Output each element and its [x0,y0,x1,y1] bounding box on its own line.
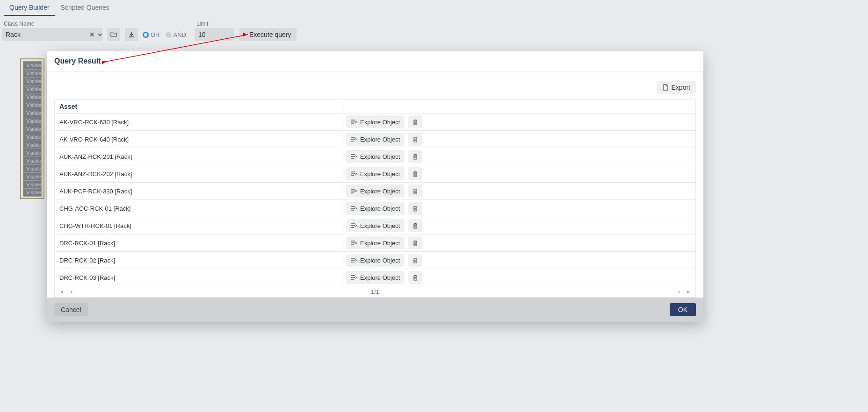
explore-label: Explore Object [360,240,400,247]
explore-icon [351,171,357,177]
download-icon [128,31,135,38]
visible-cell: Visible [23,77,42,85]
explore-object-button[interactable]: Explore Object [346,185,405,198]
actions-cell: Explore Object [342,252,695,269]
visible-cell: Visible [23,117,42,125]
explore-icon [351,206,357,211]
explore-label: Explore Object [360,170,400,178]
actions-cell: Explore Object [342,148,695,165]
table-row: AK-VRO-RCK-640 [Rack]Explore Object [55,131,695,148]
trash-icon [412,171,418,177]
folder-button[interactable] [107,28,120,41]
execute-query-button[interactable]: Execute query [239,28,297,41]
export-button[interactable]: Export [657,81,696,94]
cancel-button[interactable]: Cancel [54,303,88,316]
explore-label: Explore Object [360,188,400,195]
chevron-down-icon[interactable] [97,30,103,39]
asset-cell: AUK-ANZ-RCK-202 [Rack] [55,167,342,181]
and-label: AND [174,31,186,38]
asset-cell: AK-VRO-RCK-630 [Rack] [55,115,342,129]
class-name-combo[interactable]: ✕ [2,28,102,41]
next-page-icon[interactable]: › [678,288,680,295]
actions-cell: Explore Object [342,131,695,148]
class-name-input[interactable] [6,31,87,38]
download-button[interactable] [125,28,138,41]
delete-button[interactable] [408,254,422,267]
trash-icon [412,223,418,229]
table-row: AUK-PCF-RCK-330 [Rack]Explore Object [55,183,695,200]
limit-label: Limit [195,20,234,28]
query-result-modal: Query Result Export Asset AK-VRO-RCK-630… [47,51,703,322]
visible-cell: Visible [23,61,42,70]
tab-query-builder[interactable]: Query Builder [4,0,55,16]
delete-button[interactable] [408,150,422,163]
or-label: OR [151,31,160,38]
table-row: DRC-RCK-02 [Rack]Explore Object [55,252,695,269]
visible-cell: Visible [23,156,42,165]
ok-button[interactable]: OK [670,303,696,316]
explore-icon [351,154,357,159]
explore-object-button[interactable]: Explore Object [346,271,405,284]
explore-label: Explore Object [360,222,400,229]
delete-button[interactable] [408,115,422,128]
delete-button[interactable] [408,202,422,215]
explore-icon [351,223,357,228]
delete-button[interactable] [408,133,422,146]
visible-cell: Visible [23,188,42,197]
trash-icon [412,188,418,194]
visible-cell: Visible [23,180,42,189]
export-label: Export [672,84,690,91]
visible-cell: Visible [23,141,42,149]
table-header: Asset [55,100,695,114]
explore-object-button[interactable]: Explore Object [346,202,405,215]
clear-icon[interactable]: ✕ [87,31,97,38]
logic-radio-group: OR AND [143,28,190,41]
table-row: AUK-ANZ-RCK-201 [Rack]Explore Object [55,148,695,165]
modal-footer: Cancel OK [47,298,703,322]
asset-cell: AK-VRO-RCK-640 [Rack] [55,132,342,147]
explore-label: Explore Object [360,205,400,212]
explore-icon [351,136,357,142]
explore-object-button[interactable]: Explore Object [346,254,405,267]
explore-icon [351,275,357,280]
trash-icon [412,257,418,263]
class-name-label: Class Name [2,20,102,28]
table-row: CHG-AOC-RCK-01 [Rack]Explore Object [55,200,695,217]
explore-object-button[interactable]: Explore Object [346,236,405,249]
visible-cell: Visible [23,164,42,173]
explore-object-button[interactable]: Explore Object [346,219,405,232]
or-radio[interactable] [143,32,149,38]
trash-icon [412,206,418,212]
actions-cell: Explore Object [342,183,695,199]
visible-cell: Visible [23,69,42,78]
table-row: CHG-WTR-RCK-01 [Rack]Explore Object [55,217,695,234]
execute-label: Execute query [249,31,291,38]
explore-label: Explore Object [360,136,400,143]
visible-cell: Visible [23,172,42,181]
first-page-icon[interactable]: « [60,288,64,295]
and-radio[interactable] [166,32,172,38]
actions-header [342,100,695,113]
visible-cell: Visible [23,149,42,157]
explore-object-button[interactable]: Explore Object [346,115,405,128]
explore-label: Explore Object [360,153,400,160]
table-row: AK-VRO-RCK-630 [Rack]Explore Object [55,114,695,131]
modal-title: Query Result [47,51,703,71]
delete-button[interactable] [408,271,422,284]
last-page-icon[interactable]: » [687,288,690,295]
prev-page-icon[interactable]: ‹ [70,288,72,295]
delete-button[interactable] [408,185,422,198]
table-row: AUK-ANZ-RCK-202 [Rack]Explore Object [55,165,695,183]
tab-scripted-queries[interactable]: Scripted Queries [55,0,115,16]
explore-object-button[interactable]: Explore Object [346,167,405,180]
explore-object-button[interactable]: Explore Object [346,150,405,163]
delete-button[interactable] [408,236,422,249]
delete-button[interactable] [408,167,422,180]
explore-icon [351,257,357,263]
delete-button[interactable] [408,219,422,232]
limit-input[interactable] [195,28,234,41]
explore-object-button[interactable]: Explore Object [346,133,405,146]
asset-cell: DRC-RCK-03 [Rack] [55,270,342,285]
actions-cell: Explore Object [342,269,695,286]
visible-cell: Visible [23,125,42,133]
